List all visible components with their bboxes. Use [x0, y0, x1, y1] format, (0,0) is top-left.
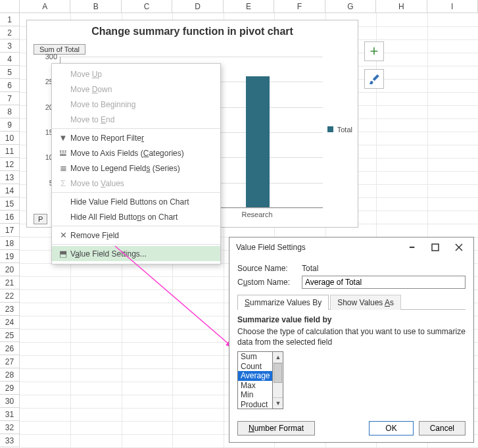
row-header-7[interactable]: 7	[0, 92, 19, 105]
menu-item[interactable]: Hide All Field Buttons on Chart	[52, 209, 220, 224]
row-header-18[interactable]: 18	[0, 237, 19, 250]
row-header-11[interactable]: 11	[0, 145, 19, 158]
row-header-21[interactable]: 21	[0, 276, 19, 289]
list-item[interactable]: Sum	[238, 352, 272, 362]
col-header-F[interactable]: F	[274, 0, 325, 12]
source-name-value: Total	[302, 264, 318, 273]
svg-rect-1	[432, 244, 439, 251]
number-format-button[interactable]: Number Format	[237, 421, 315, 436]
row-header-27[interactable]: 27	[0, 355, 19, 368]
row-header-23[interactable]: 23	[0, 303, 19, 316]
col-header-A[interactable]: A	[20, 0, 70, 12]
row-header-29[interactable]: 29	[0, 382, 19, 395]
value-field-button[interactable]: Sum of Total	[34, 44, 85, 55]
row-header-3[interactable]: 3	[0, 39, 19, 53]
menu-item[interactable]: ≣Move to Legend Fields (Series)	[52, 161, 220, 176]
listbox-scrollbar[interactable]: ▲ ▼	[272, 351, 283, 409]
list-item[interactable]: Min	[238, 390, 272, 400]
scroll-down-arrow[interactable]: ▼	[273, 397, 283, 409]
row-header-14[interactable]: 14	[0, 184, 19, 197]
scroll-thumb[interactable]	[274, 363, 282, 383]
menu-item-icon: ▼	[56, 133, 70, 143]
menu-item: Move to End	[52, 112, 220, 127]
row-header-8[interactable]: 8	[0, 105, 19, 118]
col-header-E[interactable]: E	[224, 0, 274, 12]
select-all-corner[interactable]	[0, 0, 20, 12]
menu-item-label: Hide Value Field Buttons on Chart	[70, 197, 189, 207]
row-header-24[interactable]: 24	[0, 316, 19, 329]
scroll-up-arrow[interactable]: ▲	[273, 352, 283, 363]
menu-item[interactable]: 𝍎Move to Axis Fields (Categories)	[52, 145, 220, 161]
list-item[interactable]: Average	[238, 371, 272, 381]
menu-item-icon: ≣	[56, 163, 70, 173]
row-header-15[interactable]: 15	[0, 197, 19, 211]
row-header-1[interactable]: 1	[0, 13, 19, 26]
row-header-28[interactable]: 28	[0, 368, 19, 382]
cancel-button[interactable]: Cancel	[419, 421, 466, 436]
row-header-5[interactable]: 5	[0, 66, 19, 79]
menu-item-label: Remove Field	[70, 231, 119, 240]
row-header-6[interactable]: 6	[0, 79, 19, 92]
ok-button[interactable]: OK	[369, 421, 413, 436]
menu-item[interactable]: Hide Value Field Buttons on Chart	[52, 194, 220, 209]
col-header-G[interactable]: G	[325, 0, 376, 12]
maximize-button[interactable]	[423, 239, 447, 255]
dialog-title: Value Field Settings	[236, 243, 400, 252]
row-header-30[interactable]: 30	[0, 395, 19, 408]
row-header-22[interactable]: 22	[0, 289, 19, 303]
row-header-10[interactable]: 10	[0, 132, 19, 145]
menu-item[interactable]: ▼Move to Report Filter	[52, 130, 220, 145]
tab-strip: Summarize Values ByShow Values As	[237, 294, 466, 310]
minimize-button[interactable]: ━	[400, 239, 423, 255]
row-header-16[interactable]: 16	[0, 211, 19, 224]
chart-styles-button[interactable]	[364, 69, 384, 89]
row-header-13[interactable]: 13	[0, 171, 19, 184]
menu-item[interactable]: ⬒Value Field Settings...	[52, 246, 220, 261]
row-header-17[interactable]: 17	[0, 224, 19, 237]
menu-item-label: Move Up	[70, 70, 102, 79]
menu-item-label: Move to Values	[70, 179, 124, 188]
group-description: Choose the type of calculation that you …	[237, 327, 466, 347]
tab[interactable]: Summarize Values By	[237, 295, 329, 310]
row-header-2[interactable]: 2	[0, 26, 19, 39]
chart-elements-button[interactable]: +	[364, 41, 384, 61]
menu-item-label: Move to Beginning	[70, 100, 135, 109]
row-header-26[interactable]: 26	[0, 342, 19, 355]
row-header-32[interactable]: 32	[0, 421, 19, 434]
legend: Total	[327, 126, 352, 134]
tab[interactable]: Show Values As	[330, 295, 401, 310]
col-header-D[interactable]: D	[172, 0, 223, 12]
col-header-B[interactable]: B	[70, 0, 121, 12]
row-header-9[interactable]: 9	[0, 118, 19, 132]
axis-field-button[interactable]: P	[34, 214, 47, 224]
col-header-I[interactable]: I	[427, 0, 478, 12]
col-header-H[interactable]: H	[376, 0, 427, 12]
row-header-12[interactable]: 12	[0, 158, 19, 171]
custom-name-input[interactable]	[302, 276, 466, 289]
list-item[interactable]: Product	[238, 400, 272, 410]
menu-item-label: Hide All Field Buttons on Chart	[70, 212, 178, 222]
row-header-31[interactable]: 31	[0, 408, 19, 421]
list-item[interactable]: Count	[238, 362, 272, 372]
row-header-20[interactable]: 20	[0, 263, 19, 276]
menu-item-icon: ⬒	[56, 249, 70, 259]
group-title: Summarize value field by	[237, 315, 466, 324]
menu-item: ΣMove to Values	[52, 176, 220, 191]
custom-name-label: Custom Name:	[237, 278, 302, 287]
menu-item: Move Down	[52, 82, 220, 97]
menu-item: Move Up	[52, 66, 220, 82]
row-header-25[interactable]: 25	[0, 329, 19, 342]
close-button[interactable]	[447, 239, 471, 255]
row-header-33[interactable]: 33	[0, 434, 19, 447]
menu-item[interactable]: ✕Remove Field	[52, 228, 220, 243]
row-header-4[interactable]: 4	[0, 53, 19, 66]
row-header-19[interactable]: 19	[0, 250, 19, 263]
chart-title: Change summary function in pivot chart	[27, 26, 358, 37]
function-listbox[interactable]: SumCountAverageMaxMinProduct	[237, 351, 272, 409]
list-item[interactable]: Max	[238, 381, 272, 391]
menu-item: Move to Beginning	[52, 97, 220, 112]
menu-item-label: Move Down	[70, 85, 112, 94]
menu-item-label: Move to Axis Fields (Categories)	[70, 149, 184, 158]
bar[interactable]	[246, 76, 270, 207]
col-header-C[interactable]: C	[122, 0, 172, 12]
